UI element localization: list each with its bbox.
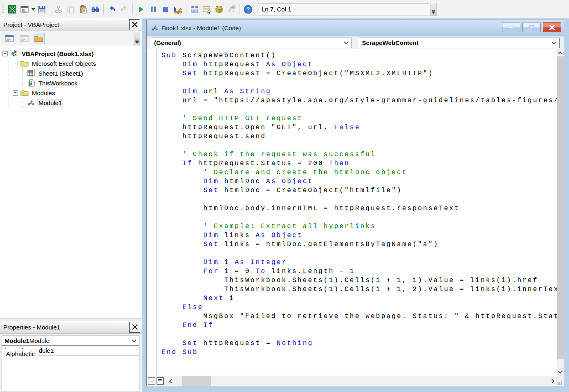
view-object-icon[interactable] bbox=[18, 33, 30, 44]
view-code-icon[interactable] bbox=[3, 33, 16, 44]
code-line: End If bbox=[161, 321, 557, 330]
code-editor[interactable]: Sub ScrapeWebContent() Dim httpRequest A… bbox=[147, 49, 564, 376]
maximize-button[interactable] bbox=[522, 22, 541, 32]
save-icon[interactable] bbox=[36, 4, 47, 15]
cut-icon[interactable] bbox=[53, 4, 64, 15]
code-line bbox=[161, 105, 557, 114]
vertical-scrollbar-thumb[interactable] bbox=[557, 56, 564, 359]
toolbar-separator bbox=[186, 4, 186, 15]
scroll-up-icon[interactable] bbox=[557, 49, 564, 56]
view-excel-icon[interactable] bbox=[7, 4, 18, 15]
code-line: ' Send HTTP GET request bbox=[161, 114, 557, 123]
margin-indicator-bar[interactable] bbox=[147, 49, 157, 376]
insert-object-icon[interactable] bbox=[19, 4, 30, 15]
code-line: Dim i As Integer bbox=[161, 258, 557, 267]
toolbar-grip[interactable] bbox=[2, 4, 4, 15]
resize-grip-icon[interactable] bbox=[556, 376, 564, 386]
code-line bbox=[161, 195, 557, 204]
code-line bbox=[161, 78, 557, 87]
run-icon[interactable] bbox=[135, 4, 147, 15]
code-line: Sub ScrapeWebContent() bbox=[161, 51, 557, 60]
toggle-folders-icon[interactable] bbox=[33, 33, 45, 44]
toolbar-overflow-icon[interactable] bbox=[430, 3, 437, 16]
tree-item-label: Module1 bbox=[37, 99, 63, 107]
redo-icon[interactable] bbox=[119, 4, 130, 15]
horizontal-scrollbar-thumb[interactable] bbox=[182, 376, 211, 386]
toolbar-separator bbox=[240, 4, 240, 15]
project-toolbar-overflow-icon[interactable] bbox=[134, 32, 140, 45]
procedure-view-button[interactable] bbox=[148, 377, 155, 385]
undo-icon[interactable] bbox=[106, 4, 118, 15]
collapse-icon[interactable] bbox=[13, 61, 18, 66]
code-window-selectors: (General) ScrapeWebContent bbox=[147, 36, 564, 49]
design-mode-icon[interactable] bbox=[172, 4, 184, 15]
code-line: ' Example: Extract all hyperlinks bbox=[161, 222, 557, 231]
tree-item-modules[interactable]: Modules bbox=[13, 88, 142, 98]
code-window-titlebar[interactable]: Book1.xlsx - Module1 (Code) bbox=[147, 20, 564, 36]
tree-item-label: Sheet1 (Sheet1) bbox=[37, 69, 84, 77]
tree-item-module1[interactable]: Module1 bbox=[27, 98, 142, 108]
project-panel-title: Project - VBAProject bbox=[3, 21, 129, 28]
find-icon[interactable] bbox=[90, 4, 101, 15]
break-icon[interactable] bbox=[148, 4, 159, 15]
code-line: Set links = htmlDoc.getElementsByTagName… bbox=[161, 240, 557, 249]
project-panel-titlebar[interactable]: Project - VBAProject bbox=[0, 18, 142, 31]
code-line: Next i bbox=[161, 294, 557, 303]
object-dropdown[interactable]: (General) bbox=[151, 38, 352, 48]
project-panel-close-button[interactable] bbox=[129, 19, 140, 30]
code-line: httpRequest.Open "GET", url, False bbox=[161, 123, 557, 132]
properties-panel-close-button[interactable] bbox=[129, 322, 140, 333]
code-line bbox=[161, 330, 557, 339]
minimize-button[interactable] bbox=[502, 22, 520, 32]
properties-panel-titlebar[interactable]: Properties - Module1 bbox=[0, 321, 142, 334]
cursor-position-text: Ln 7, Col 1 bbox=[262, 6, 291, 13]
scroll-down-icon[interactable] bbox=[557, 368, 564, 376]
vba-editor-window: ? Ln 7, Col 1 Project - VBAProject bbox=[0, 0, 569, 392]
svg-text:?: ? bbox=[246, 6, 250, 13]
help-icon[interactable]: ? bbox=[242, 4, 254, 15]
scroll-right-icon[interactable] bbox=[549, 376, 556, 386]
object-browser-icon[interactable] bbox=[213, 4, 225, 15]
selected-object-type: Module bbox=[29, 337, 49, 344]
collapse-icon[interactable] bbox=[2, 51, 8, 56]
code-line bbox=[161, 141, 557, 150]
folder-icon bbox=[20, 89, 29, 96]
vertical-scrollbar[interactable] bbox=[557, 49, 564, 376]
mdi-area: Book1.xlsx - Module1 (Code) (General) bbox=[142, 18, 569, 392]
tree-item-vbaproject[interactable]: VBAProject (Book1.xlsx) bbox=[2, 49, 142, 58]
horizontal-scrollbar[interactable] bbox=[167, 376, 556, 386]
reset-icon[interactable] bbox=[160, 4, 171, 15]
tree-item-thisworkbook[interactable]: ThisWorkbook bbox=[27, 78, 142, 88]
close-button[interactable] bbox=[543, 22, 561, 32]
tree-item-excel-objects[interactable]: Microsoft Excel Objects bbox=[13, 58, 142, 68]
code-line: httpRequest.send bbox=[161, 132, 557, 141]
standard-toolbar: ? Ln 7, Col 1 bbox=[0, 0, 569, 18]
code-line: url = "https://apastyle.apa.org/style-gr… bbox=[161, 96, 557, 105]
toolbar-separator bbox=[132, 4, 133, 15]
chevron-down-icon bbox=[551, 41, 556, 44]
properties-object-selector[interactable]: Module1 Module bbox=[2, 336, 139, 346]
insert-object-dropdown-caret-icon[interactable] bbox=[31, 4, 36, 15]
full-module-view-button[interactable] bbox=[157, 377, 164, 385]
properties-window-icon[interactable] bbox=[201, 4, 213, 15]
tree-item-label: Modules bbox=[31, 89, 56, 97]
scroll-left-icon[interactable] bbox=[167, 376, 174, 386]
code-line: ThisWorkbook.Sheets(1).Cells(i + 1, 2).V… bbox=[161, 285, 557, 294]
copy-icon[interactable] bbox=[65, 4, 76, 15]
project-explorer-icon[interactable] bbox=[189, 4, 200, 15]
code-line: htmlDoc.body.innerHTML = httpRequest.res… bbox=[161, 204, 557, 213]
code-window-bottom-bar bbox=[147, 376, 564, 386]
code-line bbox=[161, 213, 557, 222]
code-text[interactable]: Sub ScrapeWebContent() Dim httpRequest A… bbox=[157, 49, 557, 376]
tree-item-sheet1[interactable]: Sheet1 (Sheet1) bbox=[27, 68, 142, 78]
toolbox-icon[interactable] bbox=[226, 4, 237, 15]
code-line: Set httpRequest = CreateObject("MSXML2.X… bbox=[161, 69, 557, 78]
module-icon bbox=[151, 25, 159, 31]
property-value[interactable]: Module1 bbox=[28, 346, 139, 355]
collapse-icon[interactable] bbox=[13, 90, 18, 96]
module-icon bbox=[27, 99, 36, 106]
procedure-dropdown[interactable]: ScrapeWebContent bbox=[359, 38, 560, 48]
paste-icon[interactable] bbox=[77, 4, 89, 15]
tab-alphabetic[interactable]: Alphabetic bbox=[2, 349, 39, 359]
tree-item-label: ThisWorkbook bbox=[37, 79, 79, 87]
